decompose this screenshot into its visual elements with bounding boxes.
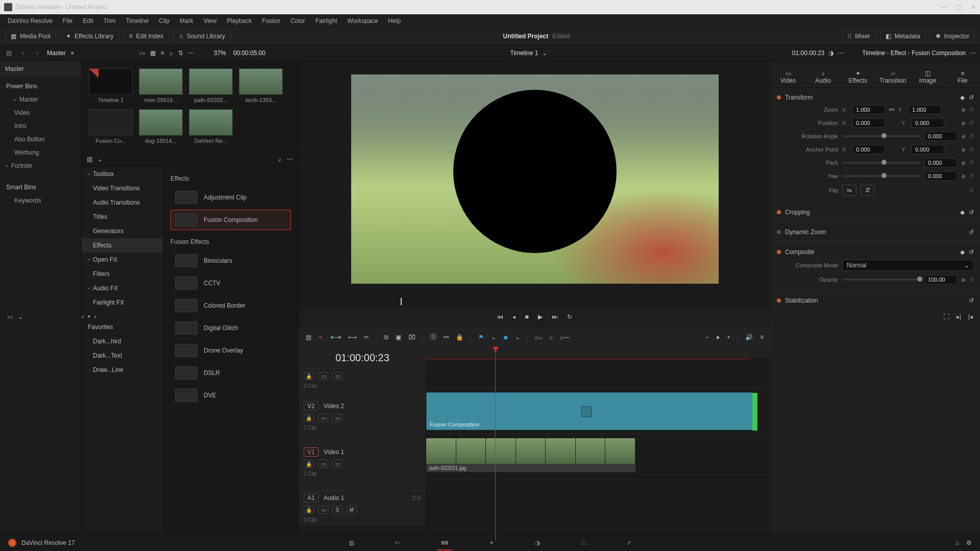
media-thumb[interactable]: Timeline 1 <box>89 68 133 103</box>
pos-x-input[interactable] <box>852 118 885 128</box>
overwrite-tool[interactable]: ▣ <box>396 334 401 341</box>
bin-view-icon[interactable]: ▤ <box>4 49 13 57</box>
link-toggle[interactable]: ⚯ <box>444 334 449 341</box>
track-v1-tag[interactable]: V1 <box>304 447 318 457</box>
keyframe-icon[interactable]: ◆ <box>960 209 965 216</box>
inspector-tab-file[interactable]: ≡File <box>945 70 980 87</box>
reset-icon[interactable]: ↺ <box>969 276 974 283</box>
match-next-icon[interactable]: › <box>94 313 96 320</box>
keyframe-icon[interactable]: ◆ <box>961 106 966 113</box>
pos-y-input[interactable] <box>912 118 944 128</box>
fullscreen-icon[interactable]: ⛶ <box>943 313 949 320</box>
chevron-down-icon[interactable]: ⌄ <box>542 49 547 57</box>
reset-icon[interactable]: ↺ <box>969 133 974 140</box>
insert-tool[interactable]: ⧉ <box>384 334 388 341</box>
power-bin-werbung[interactable]: Werbung <box>0 146 81 159</box>
keyframe-icon[interactable]: ◆ <box>961 159 966 166</box>
reset-icon[interactable]: ↺ <box>969 209 974 216</box>
menu-color[interactable]: Color <box>286 16 310 26</box>
section-enable-dot[interactable] <box>777 250 781 254</box>
jump-next-icon[interactable]: ▸| <box>957 313 961 320</box>
play-button[interactable]: ▶ <box>538 313 543 320</box>
track-enable-icon[interactable]: ▭ <box>318 506 328 514</box>
menu-app[interactable]: DaVinci Resolve <box>3 16 57 26</box>
panel-view-icon[interactable]: ▤ <box>87 156 92 163</box>
media-thumb[interactable]: dog-18014... <box>139 109 183 144</box>
inspector-tab-video[interactable]: ▭Video <box>771 70 805 87</box>
menu-trim[interactable]: Trim <box>99 16 120 26</box>
nav-fwd[interactable]: › <box>33 49 42 57</box>
tree-generators[interactable]: Generators <box>82 224 163 238</box>
blade-tool[interactable]: ✂ <box>364 334 369 341</box>
effect-item[interactable]: Drone Overlay <box>170 340 291 361</box>
solo-button[interactable]: S <box>332 506 342 514</box>
zoom-slider-icon[interactable]: ⌕— <box>560 334 570 341</box>
keyframe-icon[interactable]: ◆ <box>961 119 966 127</box>
keyframe-icon[interactable]: ◆ <box>960 248 965 256</box>
find-in-timeline-icon[interactable]: ⌕▭ <box>535 334 542 341</box>
reset-icon[interactable]: ↺ <box>969 248 974 256</box>
step-back-button[interactable]: ◂ <box>512 313 516 320</box>
effect-item[interactable]: DVE <box>170 385 291 406</box>
playhead-line[interactable] <box>495 347 496 541</box>
more-icon[interactable]: ⋯ <box>188 49 194 57</box>
effect-item[interactable]: Colored Border <box>170 295 291 316</box>
fav-1[interactable]: Dark...hird <box>82 334 163 348</box>
menu-timeline[interactable]: Timeline <box>121 16 153 26</box>
render-cache-icon[interactable]: ◑ <box>828 49 834 57</box>
match-dot-icon[interactable]: • <box>88 313 90 320</box>
zoom-out-button[interactable]: − <box>705 334 709 341</box>
inspector-tab-effects[interactable]: ✦Effects <box>841 70 875 87</box>
panel-more-icon[interactable]: ⋯ <box>287 156 293 163</box>
tree-filters[interactable]: Filters <box>82 267 163 281</box>
zoom-search-icon[interactable]: ⌕ <box>549 334 553 341</box>
tree-favorites[interactable]: Favorites <box>82 320 163 334</box>
marker-chevron-icon[interactable]: ⌄ <box>515 334 520 341</box>
effect-item[interactable]: Binoculars <box>170 251 291 271</box>
keyframe-icon[interactable]: ◆ <box>960 94 965 101</box>
effect-adjustment-clip[interactable]: Adjustment Clip <box>170 187 291 208</box>
lane-v3[interactable] <box>426 358 771 388</box>
smart-bin-keywords[interactable]: Keywords <box>0 194 81 207</box>
smart-bins-header[interactable]: Smart Bins <box>0 181 81 194</box>
tree-toolbox[interactable]: Toolbox <box>82 167 163 181</box>
anchor-x-input[interactable] <box>852 145 885 154</box>
menu-fusion[interactable]: Fusion <box>257 16 285 26</box>
menu-playback[interactable]: Playback <box>222 16 256 26</box>
tree-fairlightfx[interactable]: Fairlight FX <box>82 295 163 310</box>
trim-tool[interactable]: ⇤⇥ <box>331 334 341 341</box>
breadcrumb-master[interactable]: Master <box>47 49 66 57</box>
track-a1-tag[interactable]: A1 <box>304 493 318 503</box>
more-viewer-icon[interactable]: ⋯ <box>838 49 844 57</box>
flip-h-button[interactable]: ⇋ <box>842 185 856 196</box>
power-bin-video[interactable]: Video <box>0 106 81 119</box>
power-bin-intro[interactable]: Intro <box>0 119 81 133</box>
track-header-a1[interactable]: A1Audio 12.0 🔒▭SM 0 Clip <box>299 490 426 525</box>
media-pool-toggle[interactable]: ▦Media Pool <box>5 30 56 42</box>
viewer-zoom[interactable]: 37% <box>214 49 226 57</box>
viewer-canvas[interactable] <box>299 61 771 297</box>
lock-icon[interactable]: 🔒 <box>304 506 314 514</box>
power-bin-master[interactable]: Master <box>0 93 81 106</box>
reset-icon[interactable]: ↺ <box>969 297 974 304</box>
power-bins-header[interactable]: Power Bins <box>0 80 81 93</box>
track-monitor-icon[interactable]: ▭ <box>332 460 342 468</box>
anchor-y-input[interactable] <box>912 145 944 154</box>
timeline-view-icon[interactable]: ▤ <box>306 334 311 341</box>
rotation-slider[interactable] <box>842 135 920 137</box>
section-stabilization[interactable]: Stabilization <box>785 297 818 304</box>
jump-prev-icon[interactable]: |◂ <box>968 313 973 320</box>
bin-master[interactable]: Master <box>0 61 81 77</box>
lane-v2[interactable]: ▧ Fusion Composition <box>426 388 771 434</box>
menu-workspace[interactable]: Workspace <box>343 16 383 26</box>
tree-effects[interactable]: Effects <box>82 238 163 253</box>
inspector-toggle[interactable]: ✱Inspector <box>930 30 975 42</box>
menu-edit[interactable]: Edit <box>78 16 98 26</box>
track-monitor-icon[interactable]: ▭ <box>332 372 342 380</box>
section-dynamic-zoom[interactable]: Dynamic Zoom <box>785 229 826 236</box>
media-thumb[interactable]: Fusion Co... <box>89 109 133 144</box>
power-bin-fortnite[interactable]: Fortnite <box>0 159 81 172</box>
lock-icon[interactable]: 🔒 <box>304 414 314 422</box>
section-enable-dot[interactable] <box>777 95 781 99</box>
search-icon[interactable]: ⌕ <box>169 49 173 57</box>
